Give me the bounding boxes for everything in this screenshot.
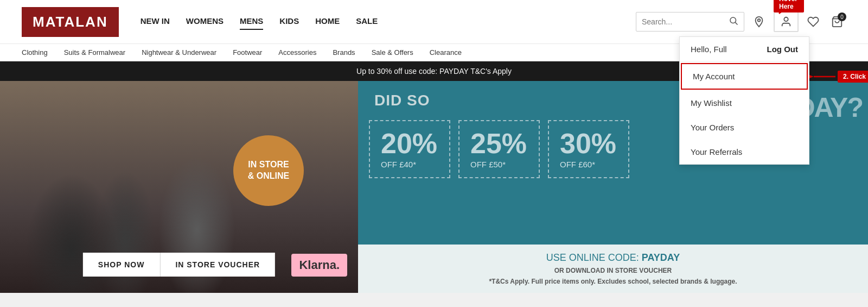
promo-text: Up to 30% off use code: PAYDAY T&C's App… [356, 67, 512, 76]
nav-item-kids[interactable]: KIDS [279, 16, 299, 28]
nav-item-home[interactable]: HOME [315, 16, 340, 28]
dropdown-your-orders[interactable]: Your Orders [680, 115, 809, 140]
cart-badge: 0 [838, 12, 846, 21]
annotation-arrow-2 [809, 71, 837, 82]
hero-right-bottom: USE ONLINE CODE: PAYDAY OR DOWNLOAD IN S… [358, 245, 868, 293]
code-line: USE ONLINE CODE: PAYDAY [374, 252, 852, 264]
logo[interactable]: MATALAN [22, 7, 119, 37]
discount-30-pct: 30% [560, 129, 617, 158]
discount-25-off: OFF £50* [470, 160, 528, 169]
in-store-badge: IN STORE & ONLINE [233, 135, 304, 206]
code-bold: PAYDAY [642, 252, 680, 263]
discount-25-pct: 25% [470, 129, 528, 158]
search-input[interactable] [642, 17, 724, 26]
nav-item-womens[interactable]: WOMENS [186, 16, 224, 28]
svg-point-0 [730, 17, 736, 23]
dropdown-header: Hello, Full Log Out [680, 37, 809, 62]
logout-button[interactable]: Log Out [767, 45, 798, 54]
hero-image: IN STORE & ONLINE Klarna. SHOP NOW IN ST… [0, 81, 358, 293]
nav-item-sale[interactable]: SALE [356, 16, 378, 28]
subnav-footwear[interactable]: Footwear [233, 48, 262, 57]
discount-panel-25: 25% OFF £50* [458, 120, 540, 178]
discount-20-off: OFF £40* [381, 160, 438, 169]
svg-line-1 [735, 22, 737, 24]
annotation-click: 2. Click Here [838, 71, 868, 83]
tc-line: *T&Cs Apply. Full price items only. Excl… [374, 278, 852, 285]
subnav-clearance[interactable]: Clearance [430, 48, 462, 57]
discount-30-off: OFF £60* [560, 160, 617, 169]
header-actions: 1. Hover Here [636, 11, 846, 32]
subnav-sale-offers[interactable]: Sale & Offers [372, 48, 413, 57]
header: MATALAN NEW IN WOMENS MENS KIDS HOME SAL… [0, 0, 868, 61]
dropdown-my-account[interactable]: My Account [681, 63, 808, 90]
wishlist-button[interactable] [804, 12, 822, 31]
annotation-hover: 1. Hover Here [774, 0, 804, 12]
nav-item-mens[interactable]: MENS [240, 16, 263, 28]
in-store-line2: & ONLINE [248, 171, 289, 182]
account-wrapper: 1. Hover Here [774, 11, 799, 32]
main-nav: NEW IN WOMENS MENS KIDS HOME SALE [141, 16, 614, 28]
nav-item-new-in[interactable]: NEW IN [141, 16, 170, 28]
klarna-badge: Klarna. [291, 254, 347, 277]
svg-point-2 [758, 19, 761, 22]
discount-panel-20: 20% OFF £40* [369, 120, 450, 178]
subnav-nightwear[interactable]: Nightwear & Underwear [142, 48, 216, 57]
svg-point-5 [784, 17, 788, 21]
shop-now-button[interactable]: SHOP NOW [83, 253, 161, 277]
search-icon[interactable] [729, 16, 738, 28]
dropdown-my-wishlist[interactable]: My Wishlist [680, 91, 809, 115]
in-store-line1: IN STORE [248, 159, 289, 171]
download-line: OR DOWNLOAD IN STORE VOUCHER [374, 267, 852, 274]
header-top: MATALAN NEW IN WOMENS MENS KIDS HOME SAL… [0, 0, 868, 43]
subnav-brands[interactable]: Brands [333, 48, 355, 57]
discount-20-pct: 20% [381, 129, 438, 158]
search-bar[interactable] [636, 12, 744, 32]
subnav-suits[interactable]: Suits & Formalwear [64, 48, 125, 57]
hero-buttons: SHOP NOW IN STORE VOUCHER [83, 253, 275, 277]
dropdown-your-referrals[interactable]: Your Referrals [680, 140, 809, 164]
in-store-voucher-button[interactable]: IN STORE VOUCHER [160, 253, 275, 277]
cart-button[interactable]: 0 [828, 12, 846, 31]
account-dropdown: Hello, Full Log Out My Account [679, 36, 809, 165]
discount-panel-30: 30% OFF £60* [548, 120, 629, 178]
greeting-text: Hello, Full [691, 45, 727, 54]
subnav-accessories[interactable]: Accessories [278, 48, 316, 57]
subnav-clothing[interactable]: Clothing [22, 48, 48, 57]
